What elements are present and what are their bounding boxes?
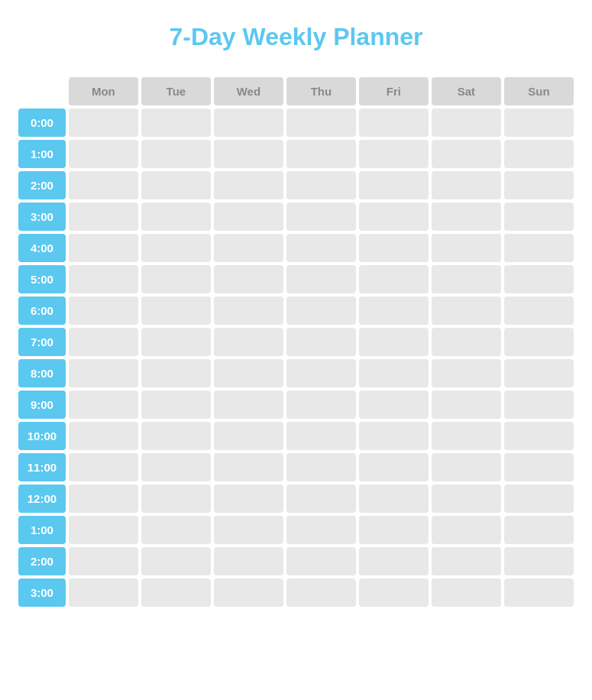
day-cell[interactable]: [69, 328, 138, 356]
day-cell[interactable]: [359, 297, 429, 325]
day-cell[interactable]: [286, 484, 356, 513]
day-cell[interactable]: [69, 484, 138, 513]
day-cell[interactable]: [141, 484, 211, 513]
day-cell[interactable]: [504, 140, 574, 168]
day-cell[interactable]: [432, 203, 501, 231]
day-cell[interactable]: [504, 171, 574, 199]
day-cell[interactable]: [504, 516, 574, 544]
day-cell[interactable]: [214, 547, 283, 575]
day-cell[interactable]: [504, 484, 574, 513]
day-cell[interactable]: [69, 109, 138, 137]
day-cell[interactable]: [359, 328, 429, 356]
day-cell[interactable]: [69, 578, 138, 607]
day-cell[interactable]: [69, 547, 138, 575]
day-cell[interactable]: [286, 453, 356, 481]
day-cell[interactable]: [286, 422, 356, 450]
day-cell[interactable]: [286, 297, 356, 325]
day-cell[interactable]: [214, 578, 283, 607]
day-cell[interactable]: [214, 109, 283, 137]
day-cell[interactable]: [359, 234, 429, 262]
day-cell[interactable]: [141, 547, 211, 575]
day-cell[interactable]: [359, 484, 429, 513]
day-cell[interactable]: [286, 578, 356, 607]
day-cell[interactable]: [432, 516, 501, 544]
day-cell[interactable]: [286, 109, 356, 137]
day-cell[interactable]: [214, 484, 283, 513]
day-cell[interactable]: [141, 171, 211, 199]
day-cell[interactable]: [214, 265, 283, 293]
day-cell[interactable]: [69, 234, 138, 262]
day-cell[interactable]: [504, 109, 574, 137]
day-cell[interactable]: [214, 234, 283, 262]
day-cell[interactable]: [286, 391, 356, 419]
day-cell[interactable]: [141, 391, 211, 419]
day-cell[interactable]: [432, 484, 501, 513]
day-cell[interactable]: [504, 422, 574, 450]
day-cell[interactable]: [432, 265, 501, 293]
day-cell[interactable]: [504, 453, 574, 481]
day-cell[interactable]: [432, 234, 501, 262]
day-cell[interactable]: [141, 328, 211, 356]
day-cell[interactable]: [432, 578, 501, 607]
day-cell[interactable]: [504, 547, 574, 575]
day-cell[interactable]: [504, 203, 574, 231]
day-cell[interactable]: [141, 234, 211, 262]
day-cell[interactable]: [286, 234, 356, 262]
day-cell[interactable]: [69, 516, 138, 544]
day-cell[interactable]: [214, 203, 283, 231]
day-cell[interactable]: [359, 453, 429, 481]
day-cell[interactable]: [359, 578, 429, 607]
day-cell[interactable]: [432, 140, 501, 168]
day-cell[interactable]: [69, 203, 138, 231]
day-cell[interactable]: [141, 453, 211, 481]
day-cell[interactable]: [286, 140, 356, 168]
day-cell[interactable]: [432, 453, 501, 481]
day-cell[interactable]: [69, 171, 138, 199]
day-cell[interactable]: [359, 265, 429, 293]
day-cell[interactable]: [359, 171, 429, 199]
day-cell[interactable]: [359, 516, 429, 544]
day-cell[interactable]: [286, 265, 356, 293]
day-cell[interactable]: [69, 140, 138, 168]
day-cell[interactable]: [141, 578, 211, 607]
day-cell[interactable]: [286, 328, 356, 356]
day-cell[interactable]: [69, 422, 138, 450]
day-cell[interactable]: [359, 109, 429, 137]
day-cell[interactable]: [504, 359, 574, 387]
day-cell[interactable]: [286, 359, 356, 387]
day-cell[interactable]: [69, 265, 138, 293]
day-cell[interactable]: [432, 109, 501, 137]
day-cell[interactable]: [141, 140, 211, 168]
day-cell[interactable]: [286, 171, 356, 199]
day-cell[interactable]: [214, 297, 283, 325]
day-cell[interactable]: [359, 359, 429, 387]
day-cell[interactable]: [141, 297, 211, 325]
day-cell[interactable]: [214, 422, 283, 450]
day-cell[interactable]: [214, 140, 283, 168]
day-cell[interactable]: [214, 328, 283, 356]
day-cell[interactable]: [214, 516, 283, 544]
day-cell[interactable]: [141, 203, 211, 231]
day-cell[interactable]: [214, 453, 283, 481]
day-cell[interactable]: [69, 297, 138, 325]
day-cell[interactable]: [432, 171, 501, 199]
day-cell[interactable]: [141, 109, 211, 137]
day-cell[interactable]: [141, 422, 211, 450]
day-cell[interactable]: [141, 516, 211, 544]
day-cell[interactable]: [504, 578, 574, 607]
day-cell[interactable]: [359, 391, 429, 419]
day-cell[interactable]: [432, 422, 501, 450]
day-cell[interactable]: [504, 391, 574, 419]
day-cell[interactable]: [359, 140, 429, 168]
day-cell[interactable]: [359, 422, 429, 450]
day-cell[interactable]: [286, 203, 356, 231]
day-cell[interactable]: [214, 359, 283, 387]
day-cell[interactable]: [504, 265, 574, 293]
day-cell[interactable]: [504, 328, 574, 356]
day-cell[interactable]: [432, 359, 501, 387]
day-cell[interactable]: [69, 359, 138, 387]
day-cell[interactable]: [214, 171, 283, 199]
day-cell[interactable]: [432, 328, 501, 356]
day-cell[interactable]: [504, 234, 574, 262]
day-cell[interactable]: [141, 265, 211, 293]
